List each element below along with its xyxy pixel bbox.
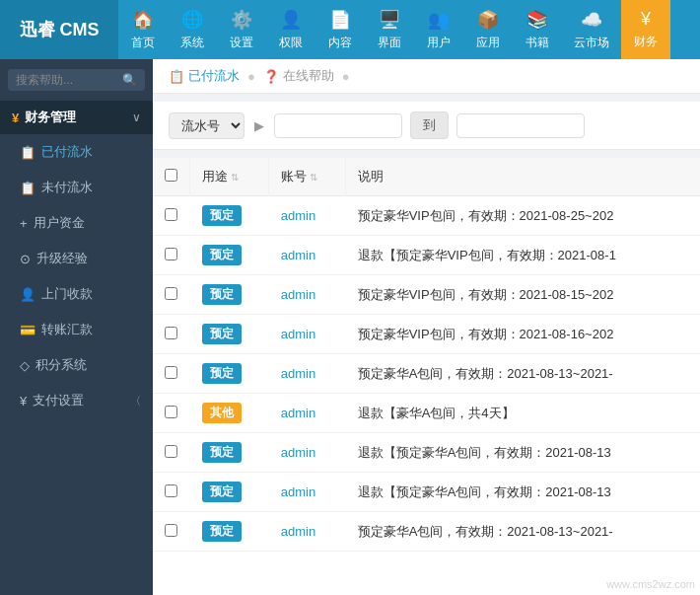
row-checkbox-cell — [153, 473, 190, 512]
breadcrumb-icon-help: ❓ — [263, 69, 279, 84]
nav-label-cloud: 云市场 — [574, 35, 609, 51]
sidebar-label-upgrade: 升级经验 — [36, 250, 88, 267]
sidebar-section-finance[interactable]: ¥ 财务管理 ∨ — [0, 101, 153, 134]
content-area: 📋 已付流水 ● ❓ 在线帮助 ● 流水号 账号 说明 用途 ▶ 到 — [153, 59, 700, 595]
nav-label-finance: 财务 — [634, 34, 658, 50]
row-account-5: admin — [269, 394, 346, 433]
breadcrumb-icon-paid: 📋 — [169, 69, 184, 84]
row-description-7: 退款【预定豪华A包间，有效期：2021-08-13 — [346, 473, 700, 512]
filter-to-label: 到 — [410, 112, 449, 139]
row-checkbox-1[interactable] — [165, 248, 177, 260]
sidebar-item-payment[interactable]: ¥支付设置〈 — [0, 383, 153, 418]
sidebar-section-chevron: ∨ — [132, 111, 141, 124]
row-checkbox-0[interactable] — [165, 208, 177, 221]
row-account-6: admin — [269, 433, 346, 473]
th-checkbox — [153, 158, 190, 196]
sidebar-label-paid: 已付流水 — [41, 143, 93, 161]
sidebar-item-transfer[interactable]: 💳转账汇款 — [0, 312, 153, 347]
account-link-8[interactable]: admin — [281, 524, 315, 539]
row-usage-0: 预定 — [190, 196, 269, 236]
row-checkbox-cell — [153, 512, 190, 552]
sidebar-item-funds[interactable]: +用户资金 — [0, 205, 153, 241]
row-checkbox-8[interactable] — [165, 524, 177, 537]
filter-arrow[interactable]: ▶ — [252, 118, 266, 133]
row-checkbox-4[interactable] — [165, 366, 177, 379]
filter-bar: 流水号 账号 说明 用途 ▶ 到 — [153, 102, 700, 150]
row-account-0: admin — [269, 196, 346, 236]
row-usage-6: 预定 — [190, 433, 269, 473]
row-checkbox-2[interactable] — [165, 287, 177, 300]
nav-label-system: 系统 — [180, 35, 204, 51]
sidebar-label-transfer: 转账汇款 — [41, 321, 93, 338]
account-link-2[interactable]: admin — [281, 287, 315, 302]
table-row: 预定 admin 预定豪华A包间，有效期：2021-08-13~2021- — [153, 354, 700, 394]
account-link-0[interactable]: admin — [281, 208, 315, 223]
sidebar-search-box[interactable]: 🔍 — [8, 69, 145, 91]
sidebar-label-door: 上门收款 — [41, 285, 93, 303]
finance-section-icon: ¥ — [12, 111, 19, 125]
sidebar-label-points: 积分系统 — [35, 356, 87, 374]
usage-badge-7: 预定 — [202, 482, 242, 502]
sidebar-icon-door: 👤 — [20, 287, 35, 302]
sidebar-icon-funds: + — [20, 216, 28, 231]
account-link-7[interactable]: admin — [281, 484, 315, 499]
sidebar-item-unpaid[interactable]: 📋未付流水 — [0, 170, 153, 205]
nav-icon-system: 🌐 — [181, 9, 203, 31]
nav-item-interface[interactable]: 🖥️界面 — [365, 0, 414, 59]
sort-account-icon[interactable]: ⇅ — [310, 172, 317, 183]
row-checkbox-7[interactable] — [165, 484, 177, 497]
filter-type-select[interactable]: 流水号 账号 说明 用途 — [169, 112, 245, 139]
search-input[interactable] — [16, 73, 118, 87]
select-all-checkbox[interactable] — [165, 169, 177, 182]
sort-usage-icon[interactable]: ⇅ — [231, 172, 239, 183]
table-row: 预定 admin 预定豪华VIP包间，有效期：2021-08-25~202 — [153, 196, 700, 236]
sidebar-icon-points: ◇ — [20, 358, 30, 373]
usage-badge-2: 预定 — [202, 284, 242, 305]
row-checkbox-3[interactable] — [165, 327, 177, 339]
th-description: 说明 — [346, 158, 700, 196]
table-row: 预定 admin 退款【预定豪华A包间，有效期：2021-08-13 — [153, 433, 700, 473]
filter-input-start[interactable] — [274, 113, 402, 138]
nav-icon-interface: 🖥️ — [379, 9, 400, 31]
row-description-6: 退款【预定豪华A包间，有效期：2021-08-13 — [346, 433, 700, 473]
account-link-4[interactable]: admin — [281, 366, 315, 381]
account-link-6[interactable]: admin — [281, 445, 315, 460]
table-row: 其他 admin 退款【豪华A包间，共4天】 — [153, 394, 700, 433]
nav-item-books[interactable]: 📚书籍 — [513, 0, 562, 59]
nav-item-home[interactable]: 🏠首页 — [118, 0, 168, 59]
breadcrumb-item-help[interactable]: ❓ 在线帮助 — [263, 67, 334, 85]
row-checkbox-cell — [153, 196, 190, 236]
sidebar-icon-paid: 📋 — [20, 145, 35, 160]
nav-item-content[interactable]: 📄内容 — [315, 0, 365, 59]
account-link-5[interactable]: admin — [281, 406, 315, 420]
nav-item-system[interactable]: 🌐系统 — [168, 0, 217, 59]
nav-item-apps[interactable]: 📦应用 — [463, 0, 513, 59]
breadcrumb-separator: ● — [247, 69, 255, 84]
sidebar-item-points[interactable]: ◇积分系统 — [0, 347, 153, 383]
sidebar-item-upgrade[interactable]: ⊙升级经验 — [0, 241, 153, 276]
row-usage-3: 预定 — [190, 315, 269, 354]
breadcrumb-label-paid: 已付流水 — [188, 67, 240, 85]
account-link-1[interactable]: admin — [281, 248, 315, 262]
row-checkbox-cell — [153, 354, 190, 394]
nav-item-finance[interactable]: ¥财务 — [621, 0, 670, 59]
row-usage-8: 预定 — [190, 512, 269, 552]
account-link-3[interactable]: admin — [281, 327, 315, 341]
filter-input-end[interactable] — [456, 113, 585, 138]
sidebar-item-paid[interactable]: 📋已付流水 — [0, 134, 153, 170]
sidebar: 🔍 ¥ 财务管理 ∨ 📋已付流水📋未付流水+用户资金⊙升级经验👤上门收款💳转账汇… — [0, 59, 153, 595]
nav-items: 🏠首页🌐系统⚙️设置👤权限📄内容🖥️界面👥用户📦应用📚书籍☁️云市场¥财务 — [118, 0, 700, 59]
nav-item-settings[interactable]: ⚙️设置 — [217, 0, 266, 59]
sidebar-icon-unpaid: 📋 — [20, 181, 35, 195]
sidebar-item-door[interactable]: 👤上门收款 — [0, 276, 153, 312]
usage-badge-0: 预定 — [202, 205, 242, 226]
nav-item-permissions[interactable]: 👤权限 — [266, 0, 315, 59]
row-checkbox-6[interactable] — [165, 445, 177, 458]
row-account-7: admin — [269, 473, 346, 512]
row-description-1: 退款【预定豪华VIP包间，有效期：2021-08-1 — [346, 236, 700, 275]
top-nav: 迅睿 CMS 🏠首页🌐系统⚙️设置👤权限📄内容🖥️界面👥用户📦应用📚书籍☁️云市… — [0, 0, 700, 59]
nav-item-cloud[interactable]: ☁️云市场 — [562, 0, 621, 59]
nav-label-interface: 界面 — [378, 35, 401, 51]
row-checkbox-5[interactable] — [165, 406, 177, 418]
nav-item-users[interactable]: 👥用户 — [414, 0, 463, 59]
